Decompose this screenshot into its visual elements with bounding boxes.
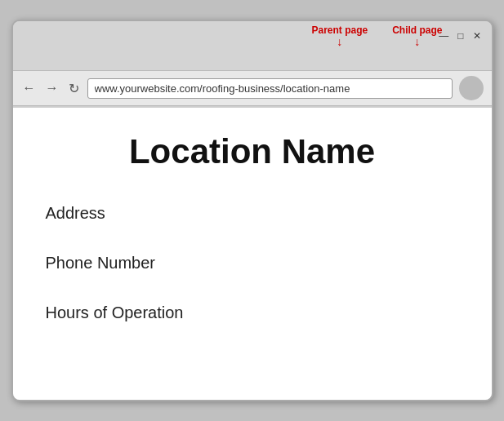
phone-field: Phone Number	[46, 254, 459, 279]
maximize-button[interactable]: □	[455, 29, 466, 42]
minimize-button[interactable]: —	[436, 29, 451, 42]
annotation-row: Parent page ↓ Child page ↓	[311, 24, 442, 47]
window-controls: — □ ✕	[436, 29, 483, 42]
page-content: Location Name Address Phone Number Hours…	[13, 106, 492, 400]
child-page-annotation: Child page ↓	[392, 24, 442, 47]
child-arrow: ↓	[414, 36, 420, 47]
child-page-label: Child page	[392, 24, 442, 36]
browser-window: Parent page ↓ Child page ↓ — □ ✕ ← → ↻ L…	[11, 20, 493, 401]
parent-page-label: Parent page	[311, 24, 368, 36]
close-button[interactable]: ✕	[471, 29, 484, 42]
refresh-button[interactable]: ↻	[67, 81, 81, 96]
back-button[interactable]: ←	[21, 81, 38, 95]
title-bar: Parent page ↓ Child page ↓ — □ ✕	[13, 21, 492, 70]
parent-arrow: ↓	[337, 36, 342, 47]
page-title: Location Name	[46, 132, 459, 171]
hours-field: Hours of Operation	[46, 304, 459, 329]
address-bar[interactable]	[87, 78, 453, 99]
parent-page-annotation: Parent page ↓	[311, 24, 368, 47]
address-field: Address	[46, 204, 459, 229]
toolbar: ← → ↻	[13, 70, 492, 106]
forward-button[interactable]: →	[44, 81, 60, 95]
profile-button[interactable]	[459, 76, 484, 100]
